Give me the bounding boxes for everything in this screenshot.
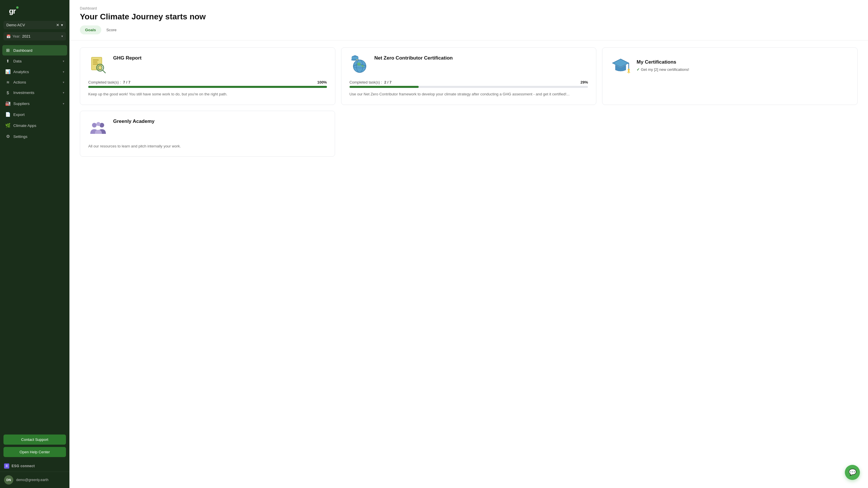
sidebar-item-suppliers[interactable]: 🏭 Suppliers ▾	[2, 98, 67, 109]
year-label: Year:	[12, 34, 21, 38]
sidebar-item-label: Data	[13, 59, 60, 63]
certifications-icon	[611, 55, 631, 75]
investments-icon: $	[5, 90, 10, 95]
logo-mark: gr	[5, 6, 19, 16]
net-zero-progress-meta: Completed task(s) : 2 / 7 29%	[349, 80, 588, 85]
academy-card-header: Greenly Academy	[88, 119, 327, 139]
net-zero-percent: 29%	[580, 80, 588, 85]
svg-point-7	[353, 60, 366, 72]
calendar-icon: 📅	[6, 34, 11, 38]
sidebar-item-label: Analytics	[13, 70, 60, 74]
contact-support-button[interactable]: Contact Support	[3, 434, 66, 445]
cert-desc-text: Get my [2] new certifications!	[641, 67, 689, 72]
svg-line-6	[103, 70, 105, 73]
sidebar-item-dashboard[interactable]: ⊞ Dashboard	[2, 45, 67, 56]
settings-icon: ⚙	[5, 134, 10, 139]
net-zero-tasks-label: Completed task(s) : 2 / 7	[349, 80, 392, 85]
cert-title: My Certifications	[637, 59, 689, 65]
sidebar-nav: ⊞ Dashboard ⬆ Data ▾ 📊 Analytics ▾ ≋ Act…	[0, 45, 69, 431]
page-title: Your Climate Journey starts now	[80, 12, 858, 22]
company-actions: ✕ ▾	[56, 23, 63, 27]
svg-point-23	[96, 122, 100, 126]
chevron-down-icon: ▾	[63, 70, 64, 73]
sidebar-item-label: Investments	[13, 91, 60, 95]
svg-marker-11	[352, 55, 358, 56]
year-chevron-icon: ▾	[61, 34, 63, 38]
net-zero-card-title: Net Zero Contributor Certification	[374, 55, 453, 61]
avatar: DN	[4, 475, 13, 485]
sidebar-item-export[interactable]: 📄 Export	[2, 109, 67, 120]
logo-area: gr	[0, 0, 69, 21]
year-selector[interactable]: 📅 Year: 2021 ▾	[3, 32, 66, 40]
company-chevron-icon[interactable]: ▾	[61, 23, 63, 27]
breadcrumb: Dashboard	[80, 6, 858, 10]
sidebar-item-label: Suppliers	[13, 101, 60, 106]
net-zero-icon	[349, 55, 370, 75]
cards-row-1: GHG Report Completed task(s) : 7 / 7 100…	[80, 47, 858, 105]
ghg-card-header: GHG Report	[88, 55, 327, 75]
ghg-progress-meta: Completed task(s) : 7 / 7 100%	[88, 80, 327, 85]
avatar-initials: DN	[6, 478, 11, 482]
analytics-icon: 📊	[5, 69, 10, 74]
chevron-down-icon: ▾	[63, 60, 64, 63]
cards-row-2: Greenly Academy All our resources to lea…	[80, 111, 858, 157]
climate-apps-icon: 🌿	[5, 123, 10, 128]
logo-dot	[16, 6, 19, 9]
svg-point-17	[628, 69, 630, 71]
sidebar-item-actions[interactable]: ≋ Actions ▾	[2, 77, 67, 87]
ghg-report-card[interactable]: GHG Report Completed task(s) : 7 / 7 100…	[80, 47, 335, 105]
ghg-card-description: Keep up the good work! You still have so…	[88, 91, 327, 97]
svg-rect-3	[93, 64, 98, 64]
ghg-card-title-area: GHG Report	[113, 55, 142, 62]
svg-point-21	[92, 123, 97, 128]
tab-goals[interactable]: Goals	[80, 26, 101, 34]
ghg-progress-bar-fill	[88, 86, 327, 88]
user-email: demo@greenly.earth	[16, 478, 48, 482]
greenly-academy-card[interactable]: Greenly Academy All our resources to lea…	[80, 111, 335, 157]
export-icon: 📄	[5, 112, 10, 117]
tab-score[interactable]: Score	[101, 26, 122, 34]
svg-rect-12	[351, 59, 359, 60]
company-name: Demo ACV	[6, 23, 25, 27]
sidebar-item-investments[interactable]: $ Investments ▾	[2, 88, 67, 98]
net-zero-card[interactable]: Net Zero Contributor Certification Compl…	[341, 47, 597, 105]
open-help-center-button[interactable]: Open Help Center	[3, 447, 66, 457]
year-value: 2021	[22, 34, 60, 38]
sidebar-item-analytics[interactable]: 📊 Analytics ▾	[2, 66, 67, 77]
sidebar-item-data[interactable]: ⬆ Data ▾	[2, 56, 67, 66]
actions-icon: ≋	[5, 80, 10, 85]
svg-rect-2	[93, 62, 97, 62]
sidebar: gr Demo ACV ✕ ▾ 📅 Year: 2021 ▾ ⊞ Dashboa…	[0, 0, 69, 488]
academy-card-title-area: Greenly Academy	[113, 119, 155, 126]
user-profile-area[interactable]: DN demo@greenly.earth	[0, 471, 69, 488]
tab-bar: Goals Score	[69, 26, 868, 40]
chevron-down-icon: ▾	[63, 91, 64, 94]
ghg-tasks-label: Completed task(s) : 7 / 7	[88, 80, 130, 85]
net-zero-progress-bar-fill	[349, 86, 418, 88]
data-icon: ⬆	[5, 59, 10, 63]
academy-icon	[88, 119, 108, 139]
company-selector[interactable]: Demo ACV ✕ ▾	[3, 21, 66, 29]
svg-rect-1	[93, 60, 99, 60]
my-certifications-card[interactable]: My Certifications ✓ Get my [2] new certi…	[602, 47, 858, 105]
net-zero-progress: Completed task(s) : 2 / 7 29%	[349, 80, 588, 88]
sidebar-item-label: Export	[13, 112, 64, 117]
academy-card-description: All our resources to learn and pitch int…	[88, 143, 327, 149]
suppliers-icon: 🏭	[5, 101, 10, 106]
company-clear-icon[interactable]: ✕	[56, 23, 59, 27]
sidebar-item-label: Climate Apps	[13, 124, 64, 128]
sidebar-item-settings[interactable]: ⚙ Settings	[2, 131, 67, 142]
net-zero-card-title-area: Net Zero Contributor Certification	[374, 55, 453, 62]
page-header: Dashboard Your Climate Journey starts no…	[69, 0, 868, 26]
chat-fab-button[interactable]: 💬	[845, 465, 860, 480]
sidebar-action-buttons: Contact Support Open Help Center	[0, 431, 69, 460]
esg-label: ESG connect	[11, 464, 35, 468]
cert-description: ✓ Get my [2] new certifications!	[637, 67, 689, 72]
sidebar-item-climate-apps[interactable]: 🌿 Climate Apps	[2, 120, 67, 131]
sidebar-item-label: Settings	[13, 134, 64, 139]
ghg-progress-bar-bg	[88, 86, 327, 88]
net-zero-card-header: Net Zero Contributor Certification	[349, 55, 588, 75]
academy-card-title: Greenly Academy	[113, 119, 155, 124]
sidebar-item-label: Actions	[13, 80, 60, 85]
esg-connect-area[interactable]: ☰ ESG connect	[0, 460, 69, 471]
